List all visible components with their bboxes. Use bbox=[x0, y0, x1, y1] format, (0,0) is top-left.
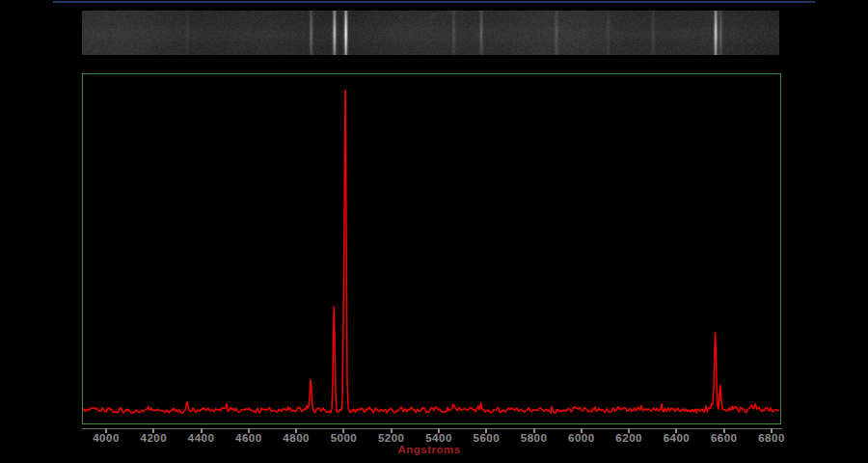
spectrum-viewer-window: 4000420044004600480050005200540056005800… bbox=[0, 0, 868, 463]
raw-spectrum-2d-strip[interactable] bbox=[82, 11, 779, 55]
x-axis-title: Angstroms bbox=[371, 444, 487, 455]
x-axis-tick-label: 6800 bbox=[743, 432, 800, 444]
spectrum-plot-area[interactable] bbox=[82, 73, 781, 424]
window-top-accent-line bbox=[53, 1, 815, 3]
spectrum-plot-svg bbox=[83, 74, 780, 423]
spectrum-trace bbox=[83, 91, 779, 414]
